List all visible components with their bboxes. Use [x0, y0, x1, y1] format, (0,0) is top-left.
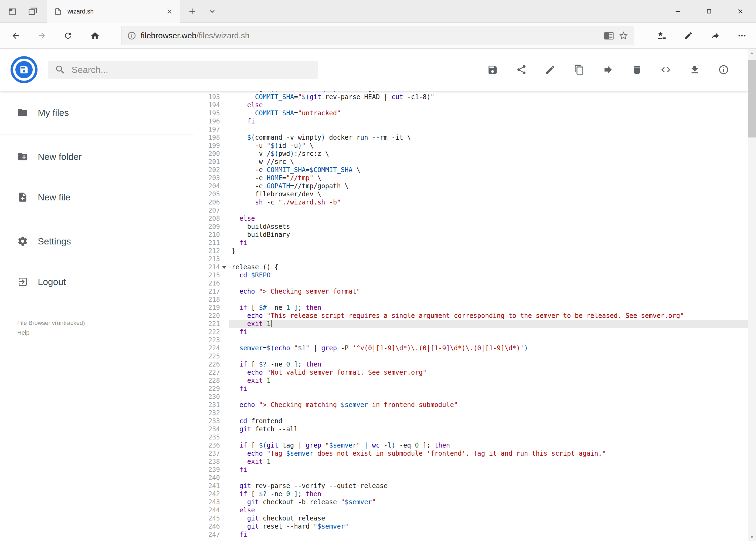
- code-line[interactable]: 241 git rev-parse --verify --quiet relea…: [194, 482, 748, 490]
- code-line[interactable]: 240: [194, 474, 748, 482]
- code-line[interactable]: 206 sh -c "./wizard.sh -b": [194, 198, 748, 206]
- code-line[interactable]: 245 git checkout release: [194, 514, 748, 522]
- save-button[interactable]: [487, 64, 498, 75]
- scrollbar-thumb[interactable]: [748, 60, 756, 138]
- code-line[interactable]: 207: [194, 206, 748, 215]
- reading-view-icon[interactable]: [604, 31, 614, 41]
- code-line[interactable]: 216: [194, 279, 748, 287]
- code-line[interactable]: 218: [194, 295, 748, 303]
- code-line[interactable]: 246 git reset --hard "$semver": [194, 522, 748, 530]
- code-line[interactable]: 197: [194, 125, 748, 134]
- code-line[interactable]: 204 -e GOPATH=//tmp/gopath \: [194, 182, 748, 190]
- delete-button[interactable]: [631, 64, 642, 75]
- code-line[interactable]: 220 echo "This release script requires a…: [194, 312, 748, 320]
- tab-close-icon[interactable]: [166, 8, 173, 15]
- sidebar-item-my-files[interactable]: My files: [0, 92, 194, 133]
- share-button[interactable]: [516, 64, 527, 75]
- code-editor[interactable]: 192 if [ "$(command -v git)" != "" ]; th…: [194, 91, 748, 541]
- forward-button[interactable]: [34, 28, 49, 43]
- edit-button[interactable]: [545, 64, 556, 75]
- site-info-icon[interactable]: [127, 31, 136, 40]
- code-line[interactable]: 194 else: [194, 101, 748, 109]
- code-line[interactable]: 231 echo "> Checking matching $semver in…: [194, 401, 748, 409]
- code-line[interactable]: 193 COMMIT_SHA="$(git rev-parse HEAD | c…: [194, 93, 748, 101]
- code-line[interactable]: 238 exit 1: [194, 457, 748, 466]
- close-window-button[interactable]: [725, 0, 756, 23]
- copy-button[interactable]: [574, 64, 585, 75]
- code-line[interactable]: 208 else: [194, 215, 748, 223]
- code-line[interactable]: 196 fi: [194, 117, 748, 125]
- code-line[interactable]: 221 exit 1: [194, 320, 748, 328]
- code-line[interactable]: 244 else: [194, 506, 748, 514]
- tabs-preview-icon[interactable]: [28, 6, 38, 16]
- refresh-button[interactable]: [61, 28, 76, 43]
- sidebar-item-new-file[interactable]: New file: [0, 177, 194, 218]
- code-line[interactable]: 213: [194, 255, 748, 263]
- help-link[interactable]: Help: [17, 328, 85, 337]
- code-line[interactable]: 229 fi: [194, 385, 748, 393]
- code-line[interactable]: 202 -e COMMIT_SHA=$COMMIT_SHA \: [194, 166, 748, 174]
- code-line[interactable]: 232: [194, 409, 748, 417]
- hub-favorites-button[interactable]: [654, 28, 669, 43]
- scroll-down-icon[interactable]: ▼: [748, 533, 756, 541]
- favorite-star-icon[interactable]: [619, 31, 629, 41]
- code-line[interactable]: 226 if [ $? -ne 0 ]; then: [194, 360, 748, 368]
- code-line[interactable]: 235: [194, 433, 748, 441]
- scroll-up-icon[interactable]: ▲: [748, 49, 756, 57]
- filebrowser-logo[interactable]: [11, 56, 38, 83]
- set-tabs-aside-icon[interactable]: [8, 6, 17, 16]
- code-line[interactable]: 205 filebrowser/dev \: [194, 190, 748, 198]
- code-line[interactable]: 236 if [ $(git tag | grep "$semver" | wc…: [194, 441, 748, 449]
- chevron-down-icon[interactable]: [207, 6, 217, 16]
- code-line[interactable]: 234 git fetch --all: [194, 425, 748, 433]
- code-line[interactable]: 203 -e HOME="//tmp" \: [194, 174, 748, 182]
- code-line[interactable]: 233 cd frontend: [194, 417, 748, 425]
- web-notes-button[interactable]: [681, 28, 696, 43]
- code-line[interactable]: 225: [194, 352, 748, 360]
- page-scrollbar[interactable]: ▲ ▼: [748, 49, 756, 541]
- code-line[interactable]: 200 -v /$(pwd):/src:z \: [194, 150, 748, 158]
- code-line[interactable]: 195 COMMIT_SHA="untracked": [194, 109, 748, 117]
- code-line[interactable]: 219 if [ $# -ne 1 ]; then: [194, 303, 748, 312]
- code-line[interactable]: 201 -w //src \: [194, 158, 748, 166]
- code-line[interactable]: 239 fi: [194, 466, 748, 474]
- sidebar-item-settings[interactable]: Settings: [0, 221, 194, 262]
- code-line[interactable]: 223: [194, 336, 748, 344]
- more-options-button[interactable]: [734, 28, 750, 43]
- address-bar[interactable]: filebrowser.web/files/wizard.sh: [122, 26, 634, 45]
- minimize-button[interactable]: [662, 0, 693, 23]
- code-line[interactable]: 242 if [ $? -ne 0 ]; then: [194, 490, 748, 498]
- code-line[interactable]: 198 $(command -v winpty) docker run --rm…: [194, 134, 748, 142]
- code-line[interactable]: 243 git checkout -b release "$semver": [194, 498, 748, 506]
- code-line[interactable]: 230: [194, 393, 748, 401]
- download-button[interactable]: [689, 64, 700, 75]
- code-line[interactable]: 224 semver=$(echo "$1" | grep -P '^v(0|[…: [194, 344, 748, 352]
- code-line[interactable]: 217 echo "> Checking semver format": [194, 287, 748, 295]
- code-line[interactable]: 209 buildAssets: [194, 223, 748, 231]
- code-line[interactable]: 212}: [194, 247, 748, 255]
- code-line[interactable]: 237 echo "Tag $semver does not exist in …: [194, 449, 748, 457]
- info-button[interactable]: [718, 64, 729, 75]
- move-button[interactable]: [603, 64, 614, 75]
- raw-code-button[interactable]: [660, 64, 671, 75]
- code-line[interactable]: 247 fi: [194, 530, 748, 539]
- fold-marker-icon[interactable]: [220, 263, 229, 271]
- back-button[interactable]: [8, 28, 23, 43]
- code-line[interactable]: 214release () {: [194, 263, 748, 271]
- code-line[interactable]: 222 fi: [194, 328, 748, 336]
- share-button[interactable]: [708, 28, 723, 43]
- sidebar-item-logout[interactable]: Logout: [0, 262, 194, 302]
- sidebar-item-new-folder[interactable]: New folder: [0, 136, 194, 177]
- code-line[interactable]: 210 buildBinary: [194, 231, 748, 239]
- code-line[interactable]: 227 echo "Not valid semver format. See s…: [194, 368, 748, 376]
- browser-tab[interactable]: wizard.sh: [47, 0, 180, 23]
- code-line[interactable]: 211 fi: [194, 239, 748, 247]
- maximize-button[interactable]: [693, 0, 725, 23]
- code-line[interactable]: 215 cd $REPO: [194, 271, 748, 279]
- code-line[interactable]: 192 if [ "$(command -v git)" != "" ]; th…: [194, 91, 748, 93]
- new-tab-button[interactable]: [187, 6, 197, 16]
- search-box[interactable]: [48, 61, 318, 79]
- home-button[interactable]: [88, 28, 103, 43]
- search-input[interactable]: [72, 65, 312, 75]
- code-line[interactable]: 228 exit 1: [194, 376, 748, 385]
